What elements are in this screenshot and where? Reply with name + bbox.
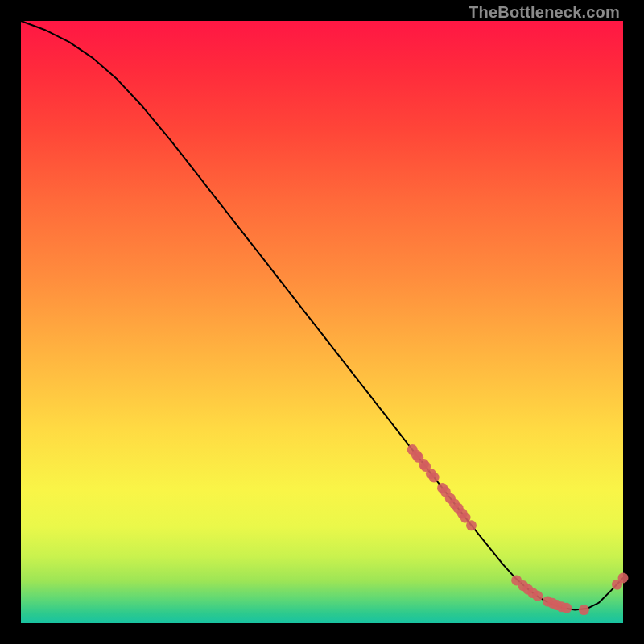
data-point <box>579 605 589 615</box>
bottleneck-curve <box>21 21 623 610</box>
data-point <box>618 572 629 583</box>
watermark-text: TheBottleneck.com <box>469 3 620 22</box>
data-point <box>466 520 477 530</box>
chart-svg <box>21 21 623 623</box>
data-markers <box>407 444 629 615</box>
chart-stage: TheBottleneck.com <box>0 0 644 644</box>
plot-area <box>21 21 623 623</box>
data-point <box>429 472 440 482</box>
data-point <box>532 591 543 601</box>
data-point <box>561 603 572 613</box>
